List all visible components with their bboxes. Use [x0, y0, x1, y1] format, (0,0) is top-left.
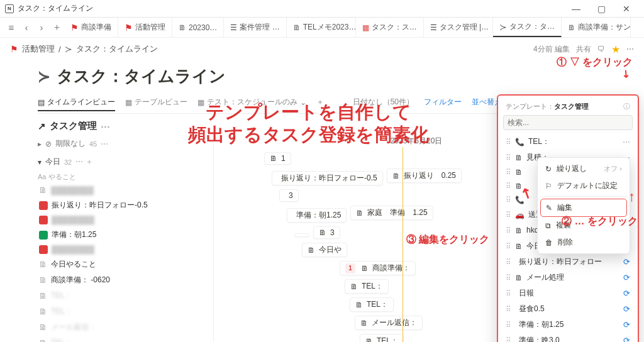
template-item[interactable]: ⠿📞TEL：⋯ — [503, 134, 633, 150]
sync-icon: ⟳ — [623, 273, 630, 282]
ctx-edit[interactable]: ✎編集 — [540, 199, 627, 217]
view-timeline[interactable]: ▤タイムラインビュー — [38, 97, 115, 111]
template-item[interactable]: ⠿日報⟳ — [503, 285, 633, 301]
tab-3[interactable]: ☰案件管理 … — [224, 18, 286, 37]
template-search-input[interactable] — [503, 115, 633, 130]
template-item[interactable]: ⠿準備：晩3.0⟳ — [503, 333, 633, 342]
hamburger-icon[interactable]: ≡ — [4, 20, 19, 35]
timeline-card[interactable]: 準備：朝1.25 — [287, 208, 347, 223]
view-test[interactable]: ▦テスト：スケジュールのみ ⌄ — [197, 97, 306, 108]
new-tab-button[interactable]: ＋ — [49, 20, 64, 35]
list-icon: ☰ — [430, 23, 437, 32]
window-maximize[interactable]: ▢ — [589, 0, 614, 18]
window-close[interactable]: ✕ — [614, 0, 639, 18]
ctx-duplicate[interactable]: ⧉複製 — [540, 217, 627, 234]
chevron-down-icon: ⌄ — [300, 98, 306, 107]
window-title: タスク：タイムライン — [18, 3, 564, 14]
share-button[interactable]: 共有 — [576, 44, 591, 55]
sync-icon: ⟳ — [623, 336, 630, 342]
flag-icon: ⚑ — [10, 44, 18, 54]
app-icon: N — [5, 4, 14, 13]
doc-icon: 🗎 — [293, 23, 301, 32]
task-row[interactable]: 🗎今日やること — [38, 256, 208, 272]
timeline-icon: ≻ — [499, 22, 507, 32]
more-icon[interactable]: ⋯ — [623, 138, 630, 146]
trash-icon: 🗑 — [545, 238, 553, 247]
info-icon[interactable]: ⓘ — [623, 102, 630, 111]
pin-icon: ⚐ — [545, 182, 552, 190]
task-row[interactable]: 準備：朝1.25 — [38, 227, 208, 243]
task-row[interactable]: 🗎TEL： — [38, 288, 208, 304]
timeline-card[interactable]: 🗎メール返信： — [355, 316, 423, 330]
more-icon[interactable]: ⋯ — [626, 45, 634, 53]
tab-8[interactable]: 🗎商談準備：サン… — [562, 18, 631, 37]
nodate-icon: ⊘ — [45, 140, 52, 148]
task-row[interactable]: 🗎商談準備： -0620 — [38, 272, 208, 288]
now-indicator — [402, 147, 403, 342]
breadcrumb[interactable]: ⚑ 活動管理 / ≻ タスク：タイムライン — [10, 43, 158, 55]
window-titlebar: N タスク：タイムライン — ▢ ✕ — [0, 0, 644, 18]
group-nodate[interactable]: ▸ ⊘ 期限なし 45 ⋯ — [38, 135, 208, 153]
timeline-card[interactable]: 🗎TEL： — [345, 279, 389, 294]
timeline-card[interactable]: 🗎TEL： — [350, 297, 394, 312]
tab-2[interactable]: 🗎20230… — [172, 18, 224, 37]
add-view-button[interactable]: ＋ — [316, 97, 324, 108]
timeline-card[interactable]: 3 — [279, 189, 299, 202]
task-row[interactable]: 🗎TEL： — [38, 304, 208, 319]
calendar-icon: ▦ — [362, 23, 369, 32]
timeline-icon: ≻ — [38, 68, 50, 86]
tab-7[interactable]: ≻タスク：タ… — [493, 18, 562, 37]
task-row[interactable]: 🗎TEL： — [38, 335, 208, 342]
ctx-delete[interactable]: 🗑削除 — [540, 234, 627, 251]
sync-icon: ⟳ — [623, 289, 630, 298]
page-title: ≻ タスク：タイムライン — [38, 60, 606, 95]
last-edited: 4分前 編集 — [533, 44, 570, 55]
task-row[interactable]: ████████ — [38, 213, 208, 227]
sync-icon: ⟳ — [623, 257, 630, 267]
timeline-card[interactable]: 🗎振り返り 0.25 — [387, 168, 462, 183]
timeline-card[interactable]: 🗎今日や — [302, 243, 347, 257]
table-icon: ▦ — [125, 98, 132, 107]
no-date-filter[interactable]: 日付なし（50件） — [353, 97, 414, 108]
tab-4[interactable]: 🗎TELメモ2023… — [287, 18, 356, 37]
timeline-card[interactable]: 1🗎商談準備： — [340, 261, 416, 275]
task-row[interactable]: 🗎メール返信： — [38, 319, 208, 335]
timeline-card[interactable] — [294, 233, 309, 237]
timeline-card[interactable]: 🗎 1 — [264, 152, 291, 165]
sync-icon: ⟳ — [623, 320, 630, 329]
favorite-icon[interactable]: ★ — [611, 43, 620, 55]
template-item[interactable]: ⠿昼食0.5⟳ — [503, 301, 633, 317]
template-item[interactable]: ⠿振り返り：昨日フォロー⟳ — [503, 254, 633, 270]
ctx-repeat[interactable]: ↻繰り返しオフ › — [540, 160, 627, 177]
timeline-icon: ≻ — [65, 44, 72, 54]
nav-back[interactable]: ‹ — [19, 20, 34, 35]
tab-5[interactable]: ▦タスク：ス… — [356, 18, 424, 37]
template-context-menu: ↻繰り返しオフ › ⚐デフォルトに設定 ✎編集 ⧉複製 🗑削除 — [537, 157, 630, 254]
table-icon: ▦ — [197, 98, 204, 107]
template-item[interactable]: ⠿🗎メール処理⟳ — [503, 270, 633, 285]
tab-6[interactable]: ☰タスク管理 |… — [424, 18, 493, 37]
task-row[interactable]: 🗎████████ — [38, 183, 208, 197]
timeline-card[interactable]: 🗎 3 — [313, 226, 340, 239]
comments-icon[interactable]: 🗨 — [597, 45, 605, 53]
window-minimize[interactable]: — — [564, 0, 589, 18]
tab-1[interactable]: ⚑活動管理 — [118, 18, 172, 37]
view-table[interactable]: ▦テーブルビュー — [125, 97, 187, 108]
tab-0[interactable]: ⚑商談準備 — [64, 18, 118, 37]
sync-icon: ⟳ — [623, 304, 630, 314]
timeline-card[interactable]: 🗎TEL： — [360, 334, 404, 342]
repeat-icon: ↻ — [545, 165, 552, 174]
filter-button[interactable]: フィルター — [424, 97, 462, 108]
nav-forward[interactable]: › — [34, 20, 49, 35]
column-header: Aa やること — [38, 171, 208, 183]
ctx-default[interactable]: ⚐デフォルトに設定 — [540, 177, 627, 194]
task-row[interactable]: 振り返り：昨日フォロー-0.5 — [38, 197, 208, 213]
timeline-card[interactable]: 🗎家庭 準備 1.25 — [350, 206, 433, 220]
timeline-card[interactable]: 振り返り：昨日フォロー-0.5 — [272, 171, 383, 185]
breadcrumb-bar: ⚑ 活動管理 / ≻ タスク：タイムライン 4分前 編集 共有 🗨 ★ ⋯ — [0, 38, 644, 60]
task-row[interactable]: ████████ — [38, 243, 208, 256]
template-item[interactable]: ⠿準備：朝1.25⟳ — [503, 317, 633, 333]
timeline-icon: ▤ — [38, 98, 45, 107]
group-today[interactable]: ▾ 今日 32 ⋯ ＋ — [38, 153, 208, 171]
more-icon[interactable]: ⋯ — [101, 121, 110, 132]
